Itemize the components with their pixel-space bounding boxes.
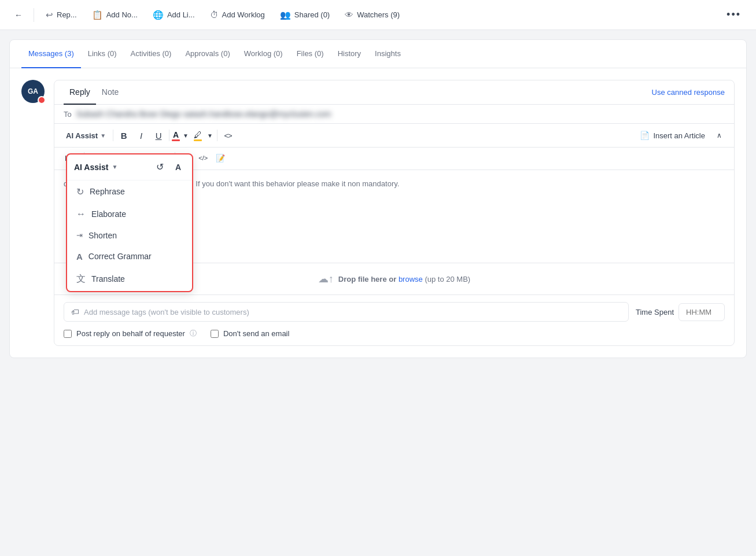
translate-label: Translate (91, 274, 125, 283)
tab-files[interactable]: Files (0) (290, 40, 331, 68)
ai-dropdown-title-label: AI Assist (74, 163, 108, 172)
reply-icon: ↩ (46, 10, 53, 20)
shared-label: Shared (0) (294, 10, 330, 19)
to-value: Subash Chandra Bose Diego satash.handtos… (76, 109, 331, 119)
worklog-icon: ⏱ (210, 10, 219, 20)
tab-bar: Messages (3) Links (0) Activities (0) Ap… (10, 40, 746, 68)
article-icon: 📄 (640, 131, 650, 140)
add-worklog-button[interactable]: ⏱ Add Worklog (204, 6, 271, 23)
ai-elaborate-item[interactable]: ↔ Elaborate (67, 203, 192, 225)
ai-dropdown-header: AI Assist ▼ ↺ A (67, 154, 192, 181)
reply-tab-bar: Reply Note Use canned response (54, 80, 734, 105)
note-icon: 📋 (92, 10, 103, 20)
collapse-toolbar-button[interactable]: ∧ (711, 127, 727, 143)
back-icon: ← (14, 10, 23, 20)
more-button[interactable]: ••• (721, 5, 747, 24)
highlight-dropdown-icon[interactable]: ▼ (205, 127, 215, 143)
info-icon[interactable]: ⓘ (190, 329, 197, 338)
highlight-button[interactable]: 🖊 (191, 129, 204, 142)
tab-approvals[interactable]: Approvals (0) (178, 40, 237, 68)
watchers-button[interactable]: 👁 Watchers (9) (339, 6, 405, 23)
tab-messages[interactable]: Messages (3) (21, 40, 81, 68)
toolbar-right: 📄 Insert an Article ∧ (635, 127, 727, 143)
ai-history-icon[interactable]: ↺ (153, 160, 167, 174)
shared-button[interactable]: 👥 Shared (0) (274, 6, 335, 24)
shared-icon: 👥 (280, 10, 291, 20)
note-button[interactable]: 📝 (212, 150, 228, 166)
ai-assist-dropdown: AI Assist ▼ ↺ A ↻ Rephrase (66, 153, 193, 292)
reply-btn-label: Rep... (57, 10, 77, 19)
ai-assist-container: AI Assist ▼ AI Assist ▼ ↺ A (61, 129, 110, 142)
reply-tab-group: Reply Note (64, 80, 124, 104)
ai-dropdown-chevron-down-icon: ▼ (112, 164, 117, 170)
tab-activities[interactable]: Activities (0) (124, 40, 179, 68)
watchers-icon: 👁 (345, 10, 353, 20)
to-field: To Subash Chandra Bose Diego satash.hand… (54, 105, 734, 124)
back-button[interactable]: ← (9, 6, 28, 24)
upload-cloud-icon: ☁↑ (318, 273, 334, 285)
toolbar-sep-2 (169, 130, 169, 141)
code-block-button[interactable]: </> (195, 150, 211, 166)
ai-shorten-item[interactable]: ⇥ Shorten (67, 225, 192, 246)
tags-input[interactable]: 🏷 Add message tags (won't be visible to … (64, 302, 629, 322)
tab-links[interactable]: Links (0) (81, 40, 124, 68)
more-icon: ••• (727, 9, 741, 21)
ai-assist-button[interactable]: AI Assist ▼ (61, 129, 110, 142)
code-button[interactable]: <> (220, 127, 236, 143)
font-color-indicator (172, 139, 180, 141)
ai-translate-item[interactable]: 文 Translate (67, 267, 192, 291)
tags-row: 🏷 Add message tags (won't be visible to … (64, 302, 725, 322)
content-area: GA Reply Note Use canned response (10, 68, 746, 358)
ai-assist-label: AI Assist (66, 131, 98, 140)
ai-dropdown-actions: ↺ A (153, 160, 185, 174)
checkbox-row: Post reply on behalf of requester ⓘ Don'… (64, 329, 725, 338)
toolbar-sep-3 (217, 130, 217, 141)
font-color-button[interactable]: A (172, 130, 180, 141)
font-color-dropdown-icon[interactable]: ▼ (181, 127, 190, 143)
tags-placeholder: Add message tags (won't be visible to cu… (84, 308, 249, 316)
italic-button[interactable]: I (133, 127, 149, 143)
dont-send-checkbox-item[interactable]: Don't send an email (211, 329, 290, 338)
add-note-label: Add No... (106, 10, 138, 19)
canned-response-button[interactable]: Use canned response (652, 88, 725, 97)
reply-tab[interactable]: Reply (64, 80, 96, 105)
tab-worklog[interactable]: Worklog (0) (237, 40, 290, 68)
correct-grammar-label: Correct Grammar (88, 252, 152, 261)
add-note-button[interactable]: 📋 Add No... (86, 6, 143, 24)
post-reply-checkbox-item[interactable]: Post reply on behalf of requester ⓘ (64, 329, 197, 338)
add-link-label: Add Li... (167, 10, 195, 19)
note-tab[interactable]: Note (96, 80, 125, 105)
shorten-icon: ⇥ (76, 231, 83, 240)
toolbar-sep-1 (113, 130, 113, 141)
avatar-badge (38, 96, 46, 104)
time-spent-label: Time Spent (636, 308, 674, 316)
ai-text-size-icon[interactable]: A (171, 160, 185, 174)
file-size-limit: (up to 20 MB) (425, 275, 470, 283)
insert-article-label: Insert an Article (653, 131, 705, 140)
ai-rephrase-item[interactable]: ↻ Rephrase (67, 181, 192, 203)
top-bar: ← ↩ Rep... 📋 Add No... 🌐 Add Li... ⏱ Add… (0, 0, 756, 30)
dont-send-checkbox[interactable] (211, 330, 219, 338)
reply-button[interactable]: ↩ Rep... (40, 6, 83, 24)
editor-toolbar-row1: AI Assist ▼ AI Assist ▼ ↺ A (54, 124, 734, 148)
separator (34, 8, 34, 22)
tab-insights[interactable]: Insights (368, 40, 408, 68)
tag-icon: 🏷 (71, 307, 79, 316)
reply-footer: 🏷 Add message tags (won't be visible to … (54, 294, 734, 345)
avatar: GA (21, 80, 45, 103)
add-worklog-label: Add Worklog (222, 10, 265, 19)
bold-button[interactable]: B (116, 127, 132, 143)
time-input[interactable] (678, 303, 725, 321)
tab-history[interactable]: History (331, 40, 368, 68)
browse-link[interactable]: browse (399, 275, 425, 283)
add-link-button[interactable]: 🌐 Add Li... (147, 6, 201, 24)
insert-article-button[interactable]: 📄 Insert an Article (635, 128, 710, 142)
shorten-label: Shorten (88, 231, 117, 240)
rephrase-icon: ↻ (76, 186, 84, 197)
underline-button[interactable]: U (150, 127, 167, 143)
time-spent-group: Time Spent (636, 303, 725, 321)
main-container: Messages (3) Links (0) Activities (0) Ap… (9, 39, 747, 358)
post-reply-checkbox[interactable] (64, 330, 72, 338)
dont-send-label: Don't send an email (223, 329, 290, 338)
ai-correct-grammar-item[interactable]: A Correct Grammar (67, 246, 192, 267)
